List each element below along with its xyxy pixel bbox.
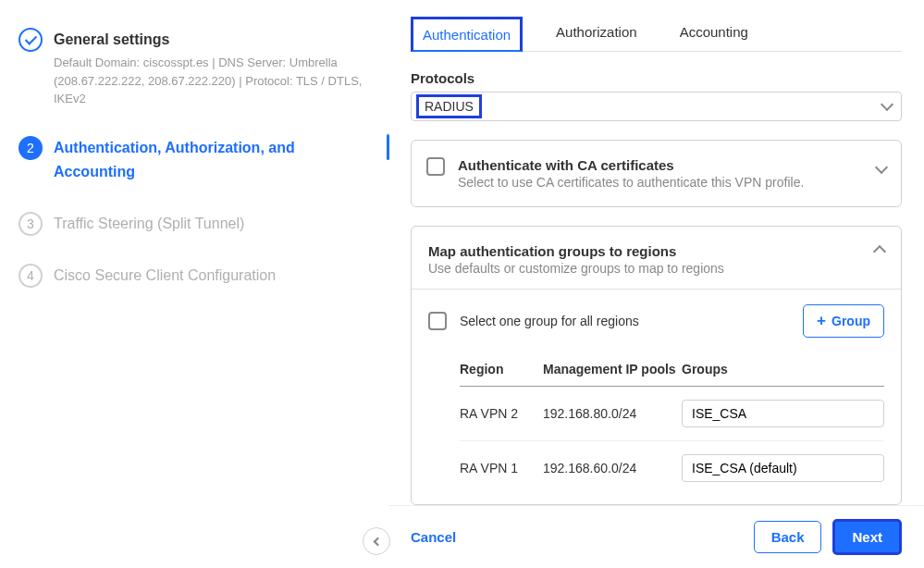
main-panel: Authentication Authorization Accounting … xyxy=(388,0,924,568)
active-step-indicator xyxy=(387,134,389,160)
step3-num: 3 xyxy=(18,212,43,236)
th-region: Region xyxy=(460,362,543,377)
step2-num: 2 xyxy=(18,136,43,160)
chevron-down-icon xyxy=(881,98,893,111)
cancel-button[interactable]: Cancel xyxy=(411,529,456,545)
tabs: Authentication Authorization Accounting xyxy=(411,17,902,52)
cell-ip: 192.168.80.0/24 xyxy=(543,406,682,421)
regions-table: Region Management IP pools Groups RA VPN… xyxy=(412,352,901,504)
plus-icon xyxy=(817,312,826,330)
wizard-sidebar: General settings Default Domain: ciscoss… xyxy=(0,0,388,568)
tab-accounting[interactable]: Accounting xyxy=(671,17,758,51)
step-general-settings[interactable]: General settings Default Domain: ciscoss… xyxy=(18,28,370,108)
step4-num: 4 xyxy=(18,264,43,288)
protocols-label: Protocols xyxy=(411,70,902,86)
chevron-up-icon[interactable] xyxy=(873,245,886,258)
ca-cert-checkbox[interactable] xyxy=(426,157,445,176)
ca-cert-panel[interactable]: Authenticate with CA certificates Select… xyxy=(411,140,902,207)
map-sub: Use defaults or customize groups to map … xyxy=(428,261,724,276)
select-all-label: Select one group for all regions xyxy=(460,314,639,328)
group-btn-label: Group xyxy=(832,314,870,328)
tab-authorization[interactable]: Authorization xyxy=(547,17,647,51)
table-row: RA VPN 1 192.168.60.0/24 xyxy=(460,441,884,495)
back-button[interactable]: Back xyxy=(754,521,822,553)
table-row: RA VPN 2 192.168.80.0/24 xyxy=(460,387,884,441)
step4-title: Cisco Secure Client Configuration xyxy=(54,264,370,288)
ca-cert-sub: Select to use CA certificates to authent… xyxy=(458,175,804,190)
footer: Cancel Back Next xyxy=(388,505,924,568)
chevron-left-icon xyxy=(374,537,383,546)
check-icon xyxy=(18,28,43,52)
chevron-down-icon xyxy=(875,161,888,174)
group-input[interactable] xyxy=(682,454,884,482)
step3-title: Traffic Steering (Split Tunnel) xyxy=(54,212,370,236)
next-button[interactable]: Next xyxy=(832,519,902,555)
th-ip: Management IP pools xyxy=(543,362,682,377)
step-traffic-steering[interactable]: 3 Traffic Steering (Split Tunnel) xyxy=(18,212,370,236)
step-secure-client[interactable]: 4 Cisco Secure Client Configuration xyxy=(18,264,370,288)
th-groups: Groups xyxy=(682,362,884,377)
step2-title: Authentication, Authorization, and Accou… xyxy=(54,136,370,184)
group-input[interactable] xyxy=(682,400,884,427)
protocols-value: RADIUS xyxy=(416,94,482,118)
protocols-select[interactable]: RADIUS xyxy=(411,92,902,121)
step1-title: General settings xyxy=(54,28,370,52)
collapse-sidebar-button[interactable] xyxy=(363,527,390,555)
cell-region: RA VPN 2 xyxy=(460,406,543,421)
step1-desc: Default Domain: ciscosspt.es | DNS Serve… xyxy=(54,54,370,108)
select-all-checkbox[interactable] xyxy=(428,312,447,330)
ca-cert-title: Authenticate with CA certificates xyxy=(458,157,804,173)
cell-region: RA VPN 1 xyxy=(460,461,543,475)
step-aaa[interactable]: 2 Authentication, Authorization, and Acc… xyxy=(18,136,370,184)
map-title: Map authentication groups to regions xyxy=(428,243,724,259)
add-group-button[interactable]: Group xyxy=(803,304,884,338)
tab-authentication[interactable]: Authentication xyxy=(411,17,523,52)
map-groups-panel: Map authentication groups to regions Use… xyxy=(411,226,902,505)
cell-ip: 192.168.60.0/24 xyxy=(543,461,682,475)
